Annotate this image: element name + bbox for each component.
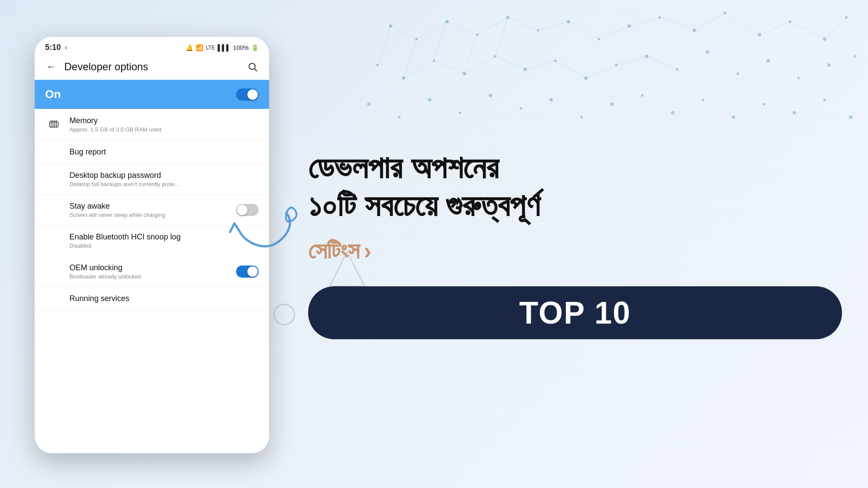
settings-item-memory[interactable]: Memory Approx. 1.5 GB of 3.0 GB RAM used	[35, 109, 269, 141]
oem-unlocking-subtitle: Bootloader already unlocked	[69, 273, 229, 280]
bengali-heading: ডেভলপার অপশনের ১০টি সবচেয়ে গুরুত্বপূর্ণ	[308, 149, 842, 224]
stay-awake-toggle-thumb	[237, 205, 247, 215]
memory-text: Memory Approx. 1.5 GB of 3.0 GB RAM used	[69, 116, 259, 133]
oem-unlocking-toggle-thumb	[247, 266, 258, 277]
network-icon: LTE	[206, 45, 215, 51]
toggle-thumb	[247, 89, 258, 100]
heading-line2: ১০টি সবচেয়ে গুরুত্বপূর্ণ	[308, 187, 842, 224]
running-services-text: Running services	[69, 294, 259, 303]
memory-subtitle: Approx. 1.5 GB of 3.0 GB RAM used	[69, 126, 259, 133]
topbar: ← Developer options	[35, 56, 269, 80]
top10-text: TOP 10	[519, 295, 631, 331]
bluetooth-hci-text: Enable Bluetooth HCI snoop log Disabled	[69, 233, 259, 249]
stay-awake-text: Stay awake Screen will never sleep while…	[69, 202, 229, 218]
svg-line-80	[255, 69, 257, 72]
top10-badge: TOP 10	[308, 286, 842, 339]
time-display: 5:10	[45, 43, 61, 52]
status-time: 5:10 ♀	[45, 43, 68, 52]
search-button[interactable]	[245, 59, 260, 75]
bluetooth-hci-subtitle: Disabled	[69, 242, 259, 249]
search-icon	[247, 62, 258, 72]
heading-line1: ডেভলপার অপশনের	[308, 149, 842, 186]
memory-icon	[45, 116, 62, 133]
status-bar: 5:10 ♀ 🔔 📶 LTE ▌▌▌ 100% 🔋	[35, 37, 269, 56]
svg-rect-81	[49, 122, 58, 127]
oem-unlocking-text: OEM unlocking Bootloader already unlocke…	[69, 263, 229, 280]
settings-item-desktop-backup[interactable]: Desktop backup password Desktop full bac…	[35, 164, 269, 195]
settings-item-oem-unlocking[interactable]: OEM unlocking Bootloader already unlocke…	[35, 256, 269, 287]
settings-item-running-services[interactable]: Running services	[35, 287, 269, 311]
signal-bars: ▌▌▌	[217, 44, 230, 51]
running-services-title: Running services	[69, 294, 259, 303]
settings-item-stay-awake[interactable]: Stay awake Screen will never sleep while…	[35, 195, 269, 226]
battery-icon: 🔋	[251, 44, 259, 51]
person-icon: ♀	[63, 44, 68, 51]
oem-unlocking-title: OEM unlocking	[69, 263, 229, 272]
status-icons: 🔔 📶 LTE ▌▌▌ 100% 🔋	[186, 44, 259, 51]
developer-options-toggle-row[interactable]: On	[35, 80, 269, 109]
desktop-backup-subtitle: Desktop full backups aren't currently pr…	[69, 181, 259, 187]
back-arrow-icon: ←	[46, 61, 56, 72]
developer-options-toggle[interactable]	[236, 88, 259, 101]
desktop-backup-text: Desktop backup password Desktop full bac…	[69, 171, 259, 187]
bug-report-title: Bug report	[69, 147, 259, 157]
settings-item-bluetooth-hci[interactable]: Enable Bluetooth HCI snoop log Disabled	[35, 226, 269, 256]
stay-awake-subtitle: Screen will never sleep while charging	[69, 212, 229, 218]
phone-mockup: 5:10 ♀ 🔔 📶 LTE ▌▌▌ 100% 🔋 ← Developer op…	[35, 37, 269, 453]
bluetooth-hci-title: Enable Bluetooth HCI snoop log	[69, 233, 259, 242]
bengali-sub-heading: সেটিংস ›	[308, 237, 842, 265]
page-title: Developer options	[64, 61, 240, 73]
chevron-right-icon: ›	[364, 237, 372, 264]
memory-title: Memory	[69, 116, 259, 125]
bug-report-text: Bug report	[69, 147, 259, 157]
battery-percent: 100%	[233, 44, 249, 51]
right-side-content: ডেভলপার অপশনের ১০টি সবচেয়ে গুরুত্বপূর্ণ…	[282, 0, 868, 488]
on-label: On	[45, 88, 61, 101]
desktop-backup-title: Desktop backup password	[69, 171, 259, 180]
stay-awake-toggle[interactable]	[236, 204, 259, 216]
phone-screen: 5:10 ♀ 🔔 📶 LTE ▌▌▌ 100% 🔋 ← Developer op…	[35, 37, 269, 453]
back-button[interactable]: ←	[43, 59, 59, 75]
svg-point-79	[249, 63, 255, 69]
alarm-icon: 🔔	[186, 44, 193, 51]
settings-list: Memory Approx. 1.5 GB of 3.0 GB RAM used…	[35, 109, 269, 453]
oem-unlocking-toggle[interactable]	[236, 265, 259, 278]
wifi-icon: 📶	[196, 44, 203, 51]
sub-label: সেটিংস	[308, 237, 359, 265]
settings-item-bug-report[interactable]: Bug report	[35, 141, 269, 164]
stay-awake-title: Stay awake	[69, 202, 229, 211]
